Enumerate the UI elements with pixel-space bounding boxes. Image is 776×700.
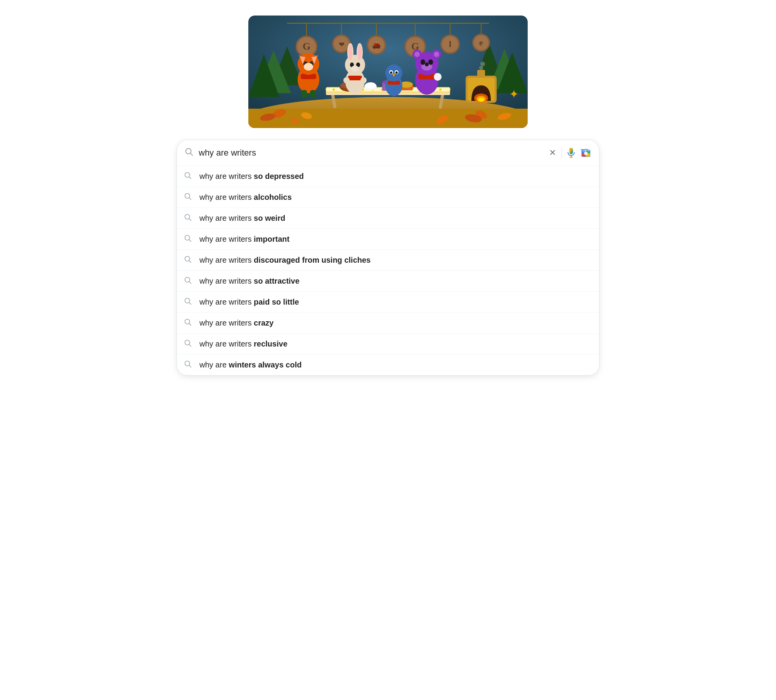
suggestion-search-icon xyxy=(183,339,192,349)
svg-text:🌰: 🌰 xyxy=(372,42,381,50)
share-button[interactable]: ✦ xyxy=(507,85,521,103)
suggestion-search-icon xyxy=(183,234,192,244)
svg-point-146 xyxy=(185,319,190,324)
svg-line-137 xyxy=(189,219,191,221)
svg-point-105 xyxy=(395,71,398,74)
suggestion-text: why are writers paid so little xyxy=(199,298,299,307)
svg-line-147 xyxy=(189,324,191,326)
svg-point-124 xyxy=(479,66,483,70)
suggestion-text: why are writers discouraged from using c… xyxy=(199,256,371,265)
search-wrapper: why are writers ✕ xyxy=(177,140,599,376)
svg-point-82 xyxy=(304,63,313,71)
svg-point-90 xyxy=(348,45,352,60)
suggestion-item[interactable]: why are writers so depressed xyxy=(177,166,599,187)
suggestion-text: why are writers so depressed xyxy=(199,172,304,181)
suggestion-search-icon xyxy=(183,318,192,328)
svg-line-143 xyxy=(189,282,191,284)
search-query-text[interactable]: why are writers xyxy=(199,148,547,158)
svg-rect-83 xyxy=(301,90,307,98)
svg-point-100 xyxy=(385,64,402,81)
camera-button[interactable] xyxy=(580,147,591,158)
suggestion-search-icon xyxy=(183,255,192,265)
svg-point-140 xyxy=(185,256,190,262)
svg-rect-84 xyxy=(310,90,315,98)
suggestion-text: why are writers so weird xyxy=(199,214,285,223)
svg-line-133 xyxy=(189,177,191,179)
svg-point-97 xyxy=(360,77,367,83)
svg-point-96 xyxy=(343,77,350,83)
doodle-container: G ❤ 🌰 G l xyxy=(177,8,599,140)
svg-point-132 xyxy=(185,173,190,178)
suggestion-search-icon xyxy=(183,360,192,370)
svg-point-58 xyxy=(439,88,442,91)
suggestion-item[interactable]: why are writers reclusive xyxy=(177,333,599,354)
doodle-image[interactable]: G ❤ 🌰 G l xyxy=(248,16,528,128)
microphone-button[interactable] xyxy=(566,147,577,158)
suggestions-list: why are writers so depressed why are wri… xyxy=(177,166,599,375)
share-icon: ✦ xyxy=(509,88,519,100)
svg-point-65 xyxy=(365,82,376,88)
svg-point-114 xyxy=(425,62,429,66)
suggestion-item[interactable]: why are winters always cold xyxy=(177,354,599,375)
svg-text:l: l xyxy=(449,39,451,49)
suggestion-item[interactable]: why are writers alcoholics xyxy=(177,187,599,208)
suggestion-search-icon xyxy=(183,276,192,286)
svg-point-95 xyxy=(351,66,359,72)
suggestion-item[interactable]: why are writers important xyxy=(177,229,599,250)
svg-point-115 xyxy=(421,59,425,65)
search-bar[interactable]: why are writers ✕ xyxy=(177,140,599,166)
svg-point-136 xyxy=(185,215,190,220)
svg-text:G: G xyxy=(303,41,310,52)
svg-point-104 xyxy=(390,71,392,74)
search-divider xyxy=(561,147,562,159)
suggestion-search-icon xyxy=(183,213,192,223)
svg-point-117 xyxy=(434,73,442,81)
svg-point-134 xyxy=(185,194,190,199)
svg-rect-123 xyxy=(477,70,485,78)
suggestion-text: why are winters always cold xyxy=(199,360,301,369)
svg-point-125 xyxy=(480,62,485,66)
svg-text:e: e xyxy=(479,38,483,47)
suggestion-search-icon xyxy=(183,297,192,307)
svg-line-149 xyxy=(189,345,191,347)
svg-point-116 xyxy=(428,59,433,65)
svg-point-91 xyxy=(358,45,362,60)
svg-line-127 xyxy=(191,153,192,155)
suggestion-search-icon xyxy=(183,172,192,181)
suggestion-item[interactable]: why are writers crazy xyxy=(177,312,599,333)
svg-rect-8 xyxy=(248,109,528,128)
suggestion-item[interactable]: why are writers discouraged from using c… xyxy=(177,250,599,270)
suggestion-text: why are writers important xyxy=(199,235,289,244)
suggestion-item[interactable]: why are writers so weird xyxy=(177,208,599,229)
svg-text:❤: ❤ xyxy=(339,41,345,49)
svg-line-145 xyxy=(189,303,191,305)
page-wrapper: G ❤ 🌰 G l xyxy=(165,0,611,383)
svg-rect-86 xyxy=(348,76,362,80)
svg-line-139 xyxy=(189,240,191,242)
svg-point-122 xyxy=(478,98,484,102)
svg-point-47 xyxy=(333,88,335,91)
suggestion-text: why are writers alcoholics xyxy=(199,193,292,202)
svg-point-130 xyxy=(584,152,587,155)
svg-point-142 xyxy=(185,277,190,282)
svg-point-112 xyxy=(434,52,439,57)
suggestion-search-icon xyxy=(183,192,192,202)
clear-button[interactable]: ✕ xyxy=(547,146,558,159)
suggestion-text: why are writers reclusive xyxy=(199,340,288,348)
suggestion-text: why are writers crazy xyxy=(199,319,274,327)
svg-point-138 xyxy=(185,236,190,241)
search-icon xyxy=(185,147,193,158)
suggestion-item[interactable]: why are writers so attractive xyxy=(177,270,599,291)
svg-point-144 xyxy=(185,298,190,303)
svg-point-150 xyxy=(185,361,190,366)
svg-line-151 xyxy=(189,366,191,367)
svg-line-141 xyxy=(189,261,191,263)
svg-line-135 xyxy=(189,198,191,200)
svg-point-111 xyxy=(414,52,420,57)
svg-point-148 xyxy=(185,340,190,345)
suggestion-text: why are writers so attractive xyxy=(199,277,300,286)
suggestion-item[interactable]: why are writers paid so little xyxy=(177,291,599,312)
search-bar-right: ✕ xyxy=(547,146,592,159)
